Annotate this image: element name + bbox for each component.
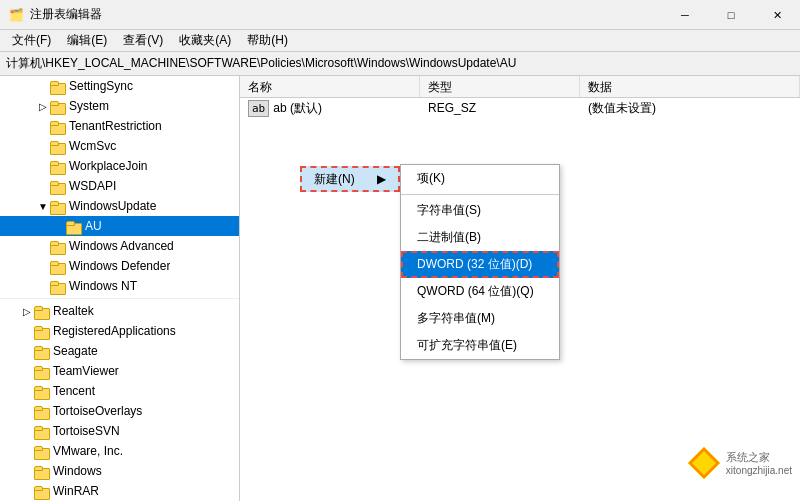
tree-item-windowsupdate[interactable]: ▼ WindowsUpdate — [0, 196, 239, 216]
submenu-item-binary[interactable]: 二进制值(B) — [401, 224, 559, 251]
col-header-type[interactable]: 类型 — [420, 76, 580, 97]
title-text: 注册表编辑器 — [30, 6, 102, 23]
tree-item-realtek[interactable]: ▷ Realtek — [0, 301, 239, 321]
window-controls: ─ □ ✕ — [662, 0, 800, 30]
submenu-item-expandstring[interactable]: 可扩充字符串值(E) — [401, 332, 559, 359]
minimize-button[interactable]: ─ — [662, 0, 708, 30]
address-bar: 计算机\HKEY_LOCAL_MACHINE\SOFTWARE\Policies… — [0, 52, 800, 76]
main-area: SettingSync ▷ System TenantRestriction W… — [0, 76, 800, 501]
cell-name: ab ab (默认) — [240, 98, 420, 119]
tree-item-registeredapps[interactable]: RegisteredApplications — [0, 321, 239, 341]
tree-panel: SettingSync ▷ System TenantRestriction W… — [0, 76, 240, 501]
tree-item-system[interactable]: ▷ System — [0, 96, 239, 116]
submenu-item-qword[interactable]: QWORD (64 位值)(Q) — [401, 278, 559, 305]
submenu-arrow-icon: ▶ — [377, 172, 386, 186]
address-path: 计算机\HKEY_LOCAL_MACHINE\SOFTWARE\Policies… — [6, 55, 516, 72]
new-menu-button[interactable]: 新建(N) ▶ — [300, 166, 400, 192]
menu-file[interactable]: 文件(F) — [4, 30, 59, 51]
tree-item-tenantrestriction[interactable]: TenantRestriction — [0, 116, 239, 136]
table-row[interactable]: ab ab (默认) REG_SZ (数值未设置) — [240, 98, 800, 118]
new-btn-label: 新建(N) — [314, 171, 355, 188]
context-menu: 新建(N) ▶ 项(K) 字符串值(S) 二进制值(B) DWORD (32 位… — [300, 136, 560, 362]
right-panel: 名称 类型 数据 ab ab (默认) REG_SZ (数值未设置) 新建(N) — [240, 76, 800, 501]
svg-marker-1 — [692, 451, 716, 475]
submenu-item-dword[interactable]: DWORD (32 位值)(D) — [401, 251, 559, 278]
app-icon: 🗂️ — [8, 7, 24, 23]
title-bar: 🗂️ 注册表编辑器 ─ □ ✕ — [0, 0, 800, 30]
col-header-data[interactable]: 数据 — [580, 76, 800, 97]
tree-item-settingsync[interactable]: SettingSync — [0, 76, 239, 96]
submenu-item-multistring[interactable]: 多字符串值(M) — [401, 305, 559, 332]
submenu-item-string[interactable]: 字符串值(S) — [401, 197, 559, 224]
tree-item-workplacejoin[interactable]: WorkplaceJoin — [0, 156, 239, 176]
tree-item-teamviewer[interactable]: TeamViewer — [0, 361, 239, 381]
menu-favorites[interactable]: 收藏夹(A) — [171, 30, 239, 51]
submenu: 项(K) 字符串值(S) 二进制值(B) DWORD (32 位值)(D) QW… — [400, 164, 560, 360]
menu-edit[interactable]: 编辑(E) — [59, 30, 115, 51]
tree-item-au[interactable]: AU — [0, 216, 239, 236]
watermark: 系统之家 xitongzhijia.net — [686, 445, 792, 481]
menu-bar: 文件(F) 编辑(E) 查看(V) 收藏夹(A) 帮助(H) — [0, 30, 800, 52]
tree-scroll[interactable]: SettingSync ▷ System TenantRestriction W… — [0, 76, 239, 501]
tree-item-tortoiseoverlays[interactable]: TortoiseOverlays — [0, 401, 239, 421]
tree-item-vmware[interactable]: VMware, Inc. — [0, 441, 239, 461]
tree-item-tortoisesvn[interactable]: TortoiseSVN — [0, 421, 239, 441]
tree-item-winrar[interactable]: WinRAR — [0, 481, 239, 501]
tree-item-wcmsvc[interactable]: WcmSvc — [0, 136, 239, 156]
col-header-name[interactable]: 名称 — [240, 76, 420, 97]
tree-item-windowsnt[interactable]: Windows NT — [0, 276, 239, 296]
maximize-button[interactable]: □ — [708, 0, 754, 30]
cell-type: REG_SZ — [420, 99, 580, 117]
tree-item-seagate[interactable]: Seagate — [0, 341, 239, 361]
submenu-item-key[interactable]: 项(K) — [401, 165, 559, 192]
cell-data: (数值未设置) — [580, 98, 800, 119]
menu-help[interactable]: 帮助(H) — [239, 30, 296, 51]
watermark-text: 系统之家 xitongzhijia.net — [726, 450, 792, 476]
menu-view[interactable]: 查看(V) — [115, 30, 171, 51]
tree-item-windowsdefender[interactable]: Windows Defender — [0, 256, 239, 276]
watermark-logo-icon — [686, 445, 722, 481]
close-button[interactable]: ✕ — [754, 0, 800, 30]
column-headers: 名称 类型 数据 — [240, 76, 800, 98]
tree-item-wsdapi[interactable]: WSDAPI — [0, 176, 239, 196]
tree-item-tencent[interactable]: Tencent — [0, 381, 239, 401]
tree-item-windowsadvanced[interactable]: Windows Advanced — [0, 236, 239, 256]
tree-item-windows[interactable]: Windows — [0, 461, 239, 481]
